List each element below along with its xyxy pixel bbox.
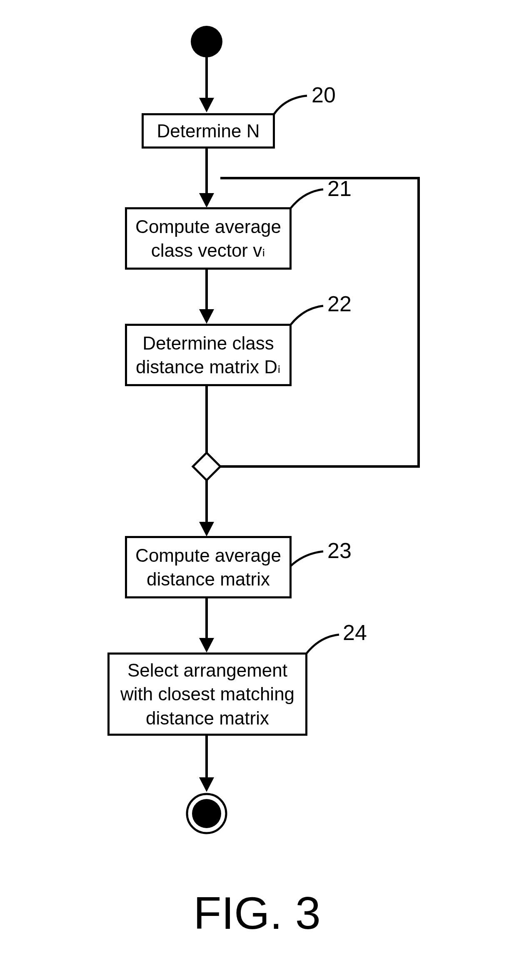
svg-point-16 bbox=[192, 799, 221, 828]
svg-point-0 bbox=[191, 26, 222, 57]
step-20-ref: 20 bbox=[312, 82, 336, 107]
step-20-text: Determine N bbox=[157, 119, 260, 143]
svg-marker-12 bbox=[199, 638, 214, 653]
svg-marker-4 bbox=[199, 193, 214, 208]
step-23-box: Compute average distance matrix bbox=[125, 536, 292, 598]
line-22-to-decision bbox=[204, 386, 329, 449]
arrow-decision-to-23 bbox=[204, 480, 329, 543]
step-23-text: Compute average distance matrix bbox=[135, 543, 281, 591]
step-22-box: Determine class distance matrix Dᵢ bbox=[125, 324, 292, 386]
step-22-ref: 22 bbox=[327, 291, 352, 316]
step-20-box: Determine N bbox=[142, 113, 275, 149]
svg-marker-8 bbox=[193, 453, 220, 480]
end-node bbox=[186, 793, 311, 855]
step-24-ref: 24 bbox=[343, 620, 367, 645]
step-22-text: Determine class distance matrix Dᵢ bbox=[135, 331, 281, 379]
arrow-24-to-end bbox=[204, 736, 329, 798]
step-24-box: Select arrangement with closest matching… bbox=[107, 653, 307, 736]
svg-marker-2 bbox=[199, 98, 214, 112]
step-23-ref: 23 bbox=[327, 538, 352, 563]
step-24-text: Select arrangement with closest matching… bbox=[118, 658, 297, 730]
svg-marker-10 bbox=[199, 522, 214, 536]
svg-marker-14 bbox=[199, 777, 214, 792]
loop-back-line bbox=[219, 177, 344, 239]
svg-marker-6 bbox=[199, 309, 214, 324]
figure-label: FIG. 3 bbox=[193, 886, 321, 939]
